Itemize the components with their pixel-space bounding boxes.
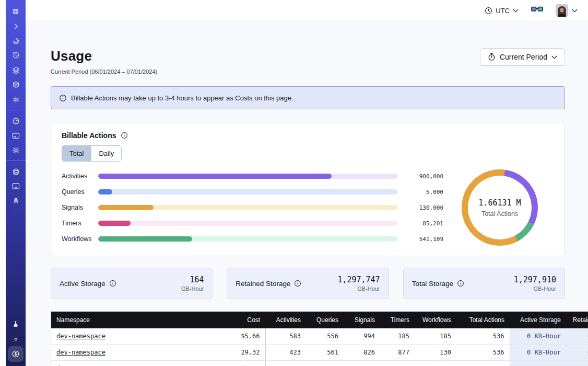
retained-storage-card: Retained Storage 1,297,747GB-Hour — [227, 268, 389, 299]
workflows-icon[interactable] — [6, 33, 26, 48]
bar-label: Timers — [62, 220, 98, 227]
col-header-activities: Activities — [265, 312, 306, 329]
support-icon[interactable] — [6, 164, 26, 179]
topbar: UTC — [26, 0, 588, 21]
sidebar-divider — [6, 161, 26, 161]
cell-namespace: dev-namespace — [51, 328, 214, 345]
col-header-active-storage: Active Storage — [510, 312, 566, 329]
col-header-retained-storage: Retained Storage — [566, 312, 588, 329]
main-content: Usage Current Period (06/01/2024 – 07/01… — [26, 22, 588, 366]
info-icon — [59, 94, 67, 102]
col-header-queries: Queries — [306, 312, 344, 329]
col-header-namespace: Namespace — [51, 312, 214, 329]
glasses-icon[interactable] — [531, 6, 543, 15]
cell-retained-storage: 0 KB-Hour — [566, 328, 588, 345]
cell-retained-storage: 0 KB-Hour — [566, 361, 588, 366]
tab-total[interactable]: Total — [62, 146, 91, 161]
cell-activities: 423 — [265, 345, 306, 361]
bar-row-activities: Activities900,000 — [62, 173, 443, 180]
cell-workflows: 185 — [415, 328, 456, 345]
cell-timers: 185 — [380, 328, 415, 345]
bar-label: Queries — [62, 188, 98, 196]
storage-unit: GB-Hour — [337, 285, 380, 292]
stopwatch-icon — [488, 53, 496, 61]
table-header-row: NamespaceCostActivitiesQueriesSignalsTim… — [51, 312, 588, 329]
cell-retained-storage: 0 KB-Hour — [566, 345, 588, 361]
billable-actions-title: Billable Actions — [62, 131, 116, 140]
table-row: dev-namespace$3.354925368838166001300 KB… — [51, 361, 588, 366]
feedback-screen-icon[interactable] — [6, 179, 26, 193]
cell-active-storage: 0 KB-Hour — [510, 328, 566, 345]
donut-total-label: Total Actions — [481, 210, 518, 218]
cell-cost: $3.35 — [213, 361, 265, 366]
bar-track — [98, 189, 397, 195]
storage-label: Retained Storage — [236, 280, 301, 288]
bar-value: 5,000 — [397, 189, 443, 196]
cell-activities: 583 — [265, 328, 306, 345]
namespace-link[interactable]: dev-namespace — [56, 349, 105, 356]
cell-active-storage: 0 KB-Hour — [510, 345, 566, 361]
billable-bars: Activities900,000Queries5,000Signals130,… — [62, 173, 443, 243]
usage-coin-icon — [11, 349, 20, 359]
col-header-timers: Timers — [380, 312, 415, 329]
tab-daily[interactable]: Daily — [91, 146, 121, 161]
namespace-link[interactable]: dev-namespace — [56, 333, 105, 340]
col-header-signals: Signals — [344, 312, 380, 329]
bar-fill — [98, 205, 154, 210]
cell-signals: 826 — [344, 345, 380, 361]
cell-queries: 536 — [306, 361, 344, 366]
sidebar-divider — [6, 110, 26, 110]
cell-total-actions: 536 — [456, 345, 510, 361]
usage-gauge-icon[interactable] — [6, 113, 26, 128]
batch-operations-icon[interactable] — [6, 63, 26, 77]
getting-started-rocket-icon[interactable] — [6, 193, 26, 208]
table-row: dev-namespace$5.665835569941851855360 KB… — [51, 328, 588, 345]
bar-label: Workflows — [62, 235, 98, 243]
banner-text: Billable Actions may take up to 3-4 hour… — [71, 94, 293, 102]
info-icon[interactable] — [109, 280, 116, 287]
info-icon[interactable] — [294, 280, 301, 287]
bar-row-workflows: Workflows541,109 — [62, 235, 443, 243]
bar-track — [98, 236, 397, 242]
bar-value: 541,109 — [397, 236, 443, 243]
chevron-down-icon — [551, 55, 557, 59]
period-selector-button[interactable]: Current Period — [480, 48, 565, 66]
temporal-logo-icon[interactable] — [6, 4, 26, 19]
cell-active-storage: 0 KB-Hour — [510, 361, 566, 366]
deployments-icon[interactable] — [6, 77, 26, 92]
donut-total-value: 1.66131 M — [478, 198, 521, 208]
cell-signals: 994 — [344, 328, 380, 345]
bar-value: 900,000 — [397, 173, 443, 180]
bar-value: 130,000 — [397, 204, 443, 211]
schedules-icon[interactable] — [6, 48, 26, 63]
col-header-workflows: Workflows — [415, 312, 456, 329]
billable-view-tabs: Total Daily — [62, 145, 122, 162]
settings-gear-icon[interactable] — [6, 143, 26, 157]
cell-workflows: 600 — [415, 361, 456, 366]
cell-cost: 29.32 — [213, 345, 265, 361]
nexus-icon[interactable] — [6, 92, 26, 107]
sidebar — [6, 0, 26, 366]
bar-row-queries: Queries5,000 — [62, 188, 443, 196]
billing-icon[interactable] — [6, 128, 26, 143]
usage-active-item[interactable] — [8, 346, 23, 362]
account-menu[interactable] — [556, 4, 578, 17]
cell-activities: 492 — [265, 361, 306, 366]
storage-value: 1,297,910 — [514, 275, 556, 284]
col-header-cost: Cost — [213, 312, 265, 329]
info-icon[interactable] — [457, 280, 464, 287]
timezone-selector[interactable]: UTC — [485, 7, 519, 15]
labs-flask-icon[interactable] — [6, 317, 26, 331]
expand-chevron-icon[interactable] — [6, 19, 26, 33]
theme-sun-icon[interactable] — [6, 331, 26, 346]
timezone-label: UTC — [496, 7, 510, 15]
storage-value: 1,297,747 — [337, 275, 380, 284]
bar-row-timers: Timers85,201 — [62, 220, 443, 227]
storage-label: Total Storage — [412, 280, 465, 288]
cell-namespace: dev-namespace — [51, 345, 214, 361]
cell-queries: 556 — [306, 328, 344, 345]
bar-fill — [98, 189, 112, 195]
storage-label: Active Storage — [60, 280, 116, 288]
info-icon[interactable] — [121, 132, 128, 139]
chevron-down-icon — [513, 9, 519, 13]
